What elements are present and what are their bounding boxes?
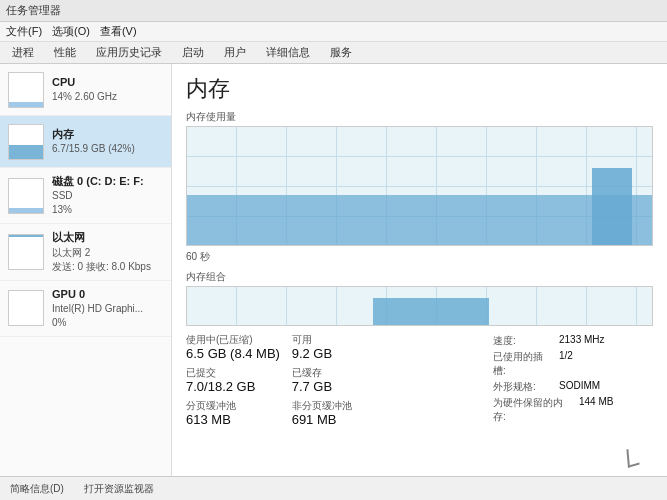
cpu-sub: 14% 2.60 GHz [52, 90, 163, 104]
menu-file[interactable]: 文件(F) [6, 24, 42, 39]
reserved-label: 为硬件保留的内存: [493, 396, 573, 424]
gpu-mini-chart [8, 290, 44, 326]
speed-label: 速度: [493, 334, 553, 348]
stats-area: 使用中(已压缩) 6.5 GB (8.4 MB) 可用 9.2 GB 已提交 7… [186, 334, 653, 427]
stat-non-paged-pool: 非分页缓冲池 691 MB [292, 400, 388, 427]
stats-grid: 使用中(已压缩) 6.5 GB (8.4 MB) 可用 9.2 GB 已提交 7… [186, 334, 493, 427]
stats-right: 速度: 2133 MHz 已使用的插槽: 1/2 外形规格: SODIMM 为硬… [493, 334, 653, 427]
tab-services[interactable]: 服务 [324, 43, 358, 62]
stat-in-use: 使用中(已压缩) 6.5 GB (8.4 MB) [186, 334, 282, 361]
paged-pool-label: 分页缓冲池 [186, 400, 282, 412]
tab-processes[interactable]: 进程 [6, 43, 40, 62]
gpu-sidebar-text: GPU 0 Intel(R) HD Graphi... 0% [52, 287, 163, 330]
mouse-cursor [626, 446, 639, 467]
bottom-bar: 简略信息(D) 打开资源监视器 [0, 476, 667, 500]
net-sub2: 发送: 0 接收: 8.0 Kbps [52, 260, 163, 274]
cached-value: 7.7 GB [292, 379, 388, 394]
paged-pool-value: 613 MB [186, 412, 282, 427]
non-paged-pool-value: 691 MB [292, 412, 388, 427]
disk-sidebar-text: 磁盘 0 (C: D: E: F: SSD 13% [52, 174, 163, 217]
gpu-sub2: 0% [52, 316, 163, 330]
mem-label: 内存 [52, 127, 163, 142]
net-sidebar-text: 以太网 以太网 2 发送: 0 接收: 8.0 Kbps [52, 230, 163, 273]
gpu-label: GPU 0 [52, 287, 163, 302]
reserved-row: 为硬件保留的内存: 144 MB [493, 396, 653, 424]
form-label: 外形规格: [493, 380, 553, 394]
comp-fill [373, 298, 489, 325]
available-value: 9.2 GB [292, 346, 388, 361]
stat-right-col [397, 334, 493, 361]
disk-sub1: SSD [52, 189, 163, 203]
stat-paged-pool: 分页缓冲池 613 MB [186, 400, 282, 427]
content-title: 内存 [186, 74, 653, 104]
sidebar-item-gpu[interactable]: GPU 0 Intel(R) HD Graphi... 0% [0, 281, 171, 337]
window-title: 任务管理器 [6, 3, 61, 18]
stat-cached: 已缓存 7.7 GB [292, 367, 388, 394]
stat-placeholder2 [397, 367, 493, 394]
committed-value: 7.0/18.2 GB [186, 379, 282, 394]
time-label: 60 秒 [186, 250, 653, 264]
slots-row: 已使用的插槽: 1/2 [493, 350, 653, 378]
non-paged-pool-label: 非分页缓冲池 [292, 400, 388, 412]
speed-value: 2133 MHz [559, 334, 605, 348]
mem-mini-chart [8, 124, 44, 160]
usage-fill [187, 195, 652, 245]
form-value: SODIMM [559, 380, 600, 394]
net-mini-chart [8, 234, 44, 270]
menu-options[interactable]: 选项(O) [52, 24, 90, 39]
form-row: 外形规格: SODIMM [493, 380, 653, 394]
cpu-mini-chart [8, 72, 44, 108]
mem-sidebar-text: 内存 6.7/15.9 GB (42%) [52, 127, 163, 156]
speed-row: 速度: 2133 MHz [493, 334, 653, 348]
slots-label: 已使用的插槽: [493, 350, 553, 378]
cpu-sidebar-text: CPU 14% 2.60 GHz [52, 75, 163, 104]
tab-details[interactable]: 详细信息 [260, 43, 316, 62]
disk-mini-chart [8, 178, 44, 214]
slots-value: 1/2 [559, 350, 573, 378]
sidebar-item-cpu[interactable]: CPU 14% 2.60 GHz [0, 64, 171, 116]
title-bar: 任务管理器 [0, 0, 667, 22]
stat-committed: 已提交 7.0/18.2 GB [186, 367, 282, 394]
in-use-value: 6.5 GB (8.4 MB) [186, 346, 282, 361]
disk-label: 磁盘 0 (C: D: E: F: [52, 174, 163, 189]
menu-bar: 文件(F) 选项(O) 查看(V) [0, 22, 667, 42]
stat-available: 可用 9.2 GB [292, 334, 388, 361]
mem-sub: 6.7/15.9 GB (42%) [52, 142, 163, 156]
menu-view[interactable]: 查看(V) [100, 24, 137, 39]
tab-users[interactable]: 用户 [218, 43, 252, 62]
tab-bar: 进程 性能 应用历史记录 启动 用户 详细信息 服务 [0, 42, 667, 64]
memory-composition-chart [186, 286, 653, 326]
disk-sub2: 13% [52, 203, 163, 217]
gpu-sub1: Intel(R) HD Graphi... [52, 302, 163, 316]
tab-startup[interactable]: 启动 [176, 43, 210, 62]
net-label: 以太网 [52, 230, 163, 245]
chart-top-label: 内存使用量 [186, 110, 653, 124]
reserved-value: 144 MB [579, 396, 613, 424]
in-use-label: 使用中(已压缩) [186, 334, 282, 346]
net-sub1: 以太网 2 [52, 246, 163, 260]
main-layout: CPU 14% 2.60 GHz 内存 6.7/15.9 GB (42%) 磁盘… [0, 64, 667, 476]
chart-bottom-label: 内存组合 [186, 270, 653, 284]
tab-app-history[interactable]: 应用历史记录 [90, 43, 168, 62]
sidebar-item-network[interactable]: 以太网 以太网 2 发送: 0 接收: 8.0 Kbps [0, 224, 171, 280]
content-area: 内存 内存使用量 60 秒 内存组合 使用中(已压缩) 6.5 GB (8.4 … [172, 64, 667, 476]
usage-spike [592, 168, 632, 245]
bottom-open-monitor[interactable]: 打开资源监视器 [84, 482, 154, 496]
committed-label: 已提交 [186, 367, 282, 379]
available-label: 可用 [292, 334, 388, 346]
stats-left: 使用中(已压缩) 6.5 GB (8.4 MB) 可用 9.2 GB 已提交 7… [186, 334, 493, 427]
memory-usage-chart [186, 126, 653, 246]
sidebar-item-memory[interactable]: 内存 6.7/15.9 GB (42%) [0, 116, 171, 168]
sidebar: CPU 14% 2.60 GHz 内存 6.7/15.9 GB (42%) 磁盘… [0, 64, 172, 476]
sidebar-item-disk[interactable]: 磁盘 0 (C: D: E: F: SSD 13% [0, 168, 171, 224]
cached-label: 已缓存 [292, 367, 388, 379]
cpu-label: CPU [52, 75, 163, 90]
bottom-brief-info[interactable]: 简略信息(D) [10, 482, 64, 496]
tab-performance[interactable]: 性能 [48, 43, 82, 62]
